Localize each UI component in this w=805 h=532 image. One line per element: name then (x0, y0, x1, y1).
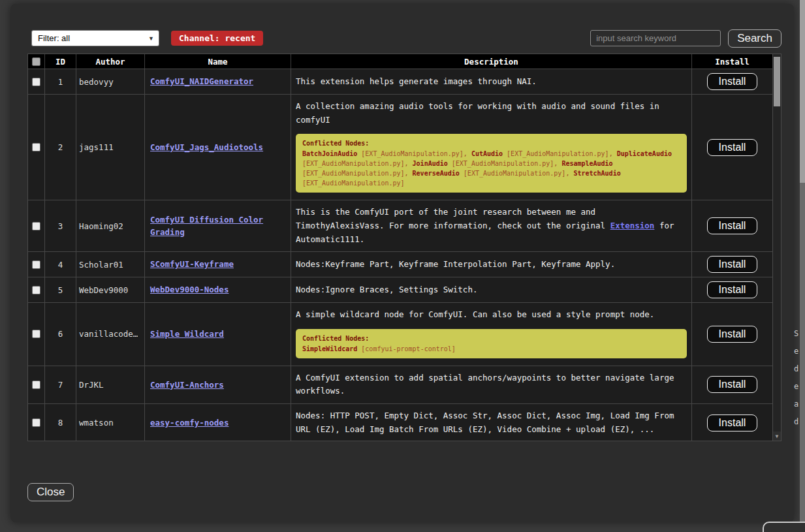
install-custom-nodes-dialog: Filter: all ▼ Channel: recent Search ID … (10, 4, 794, 522)
table-body: 1bedovyyComfyUI_NAIDGeneratorThis extens… (28, 69, 772, 441)
row-checkbox[interactable] (32, 381, 40, 389)
description-cell: A ComfyUI extension to add spatial ancho… (291, 366, 691, 403)
name-cell: ComfyUI_NAIDGenerator (144, 69, 291, 94)
install-button[interactable]: Install (707, 217, 758, 234)
extension-name-link[interactable]: ComfyUI Diffusion Color Grading (150, 213, 288, 239)
table-scrollbar-thumb[interactable] (774, 57, 780, 106)
checkbox-cell (28, 69, 44, 94)
author-text: DrJKL (79, 380, 104, 390)
page-scrollbar[interactable] (800, 0, 805, 532)
row-checkbox[interactable] (32, 143, 40, 151)
select-all-checkbox[interactable] (32, 57, 40, 66)
table-row: 6vanillacode…Simple WildcardA simple wil… (28, 302, 772, 366)
id-cell: 6 (44, 303, 76, 366)
search-input[interactable] (590, 30, 721, 46)
install-button[interactable]: Install (707, 256, 758, 273)
checkbox-cell (28, 252, 44, 277)
chevron-down-icon: ▼ (148, 35, 154, 42)
row-checkbox[interactable] (32, 330, 40, 338)
table-row: 5WebDev9000WebDev9000-NodesNodes:Ignore … (28, 277, 772, 302)
header-install: Install (691, 54, 772, 69)
close-button[interactable]: Close (27, 483, 74, 501)
conflict-node: ResampleAudio (561, 160, 612, 167)
install-cell: Install (691, 404, 772, 441)
description-text: Nodes: HTTP POST, Empty Dict, Assoc Str,… (296, 409, 687, 436)
checkbox-cell (28, 303, 44, 366)
name-cell: ComfyUI_Jags_Audiotools (144, 95, 291, 200)
id-cell: 8 (44, 404, 76, 441)
clipped-text-fragment: e (794, 378, 800, 396)
description-cell: This is the ComfyUI port of the joint re… (291, 200, 691, 251)
id-cell: 5 (44, 277, 76, 302)
description-cell: A collection amazing audio tools for wor… (291, 95, 691, 200)
conflict-node: StretchAudio (573, 170, 620, 177)
id-cell: 7 (44, 366, 76, 403)
page-scrollbar-thumb[interactable] (800, 0, 805, 183)
search-button[interactable]: Search (728, 29, 781, 48)
id-cell: 3 (44, 200, 76, 251)
conflict-source: [EXT_AudioManipulation.py], (302, 170, 413, 177)
name-cell: SComfyUI-Keyframe (144, 252, 291, 277)
extension-name-link[interactable]: ComfyUI_Jags_Audiotools (150, 141, 263, 153)
filter-select-value: Filter: all (38, 33, 70, 43)
extension-name-link[interactable]: ComfyUI-Anchors (150, 379, 224, 391)
checkbox-cell (28, 366, 44, 403)
conflict-warning: Conflicted Nodes:SimpleWildcard [comfyui… (296, 329, 687, 358)
description-text: A simple wildcard node for ComfyUI. Can … (296, 308, 687, 322)
extension-name-link[interactable]: easy-comfy-nodes (150, 416, 229, 429)
clipped-text-fragment: S (794, 325, 800, 343)
table-row: 7DrJKLComfyUI-AnchorsA ComfyUI extension… (28, 366, 772, 403)
name-cell: ComfyUI-Anchors (144, 366, 291, 403)
conflict-source: [EXT_AudioManipulation.py], (448, 160, 562, 167)
author-cell: Scholar01 (76, 252, 144, 277)
row-checkbox[interactable] (32, 222, 40, 230)
extension-name-link[interactable]: ComfyUI_NAIDGenerator (150, 75, 253, 87)
install-button[interactable]: Install (707, 415, 758, 431)
author-text: Haoming02 (79, 221, 123, 231)
conflict-warning: Conflicted Nodes:BatchJoinAudio [EXT_Aud… (296, 134, 687, 193)
conflict-source: [comfyui-prompt-control] (357, 345, 456, 352)
description-cell: A simple wildcard node for ComfyUI. Can … (291, 303, 691, 366)
checkbox-cell (28, 404, 44, 441)
author-text: Scholar01 (79, 260, 123, 270)
name-cell: Simple Wildcard (144, 303, 291, 366)
partial-bottom-right-button[interactable] (763, 522, 805, 532)
extension-name-link[interactable]: SComfyUI-Keyframe (150, 258, 234, 270)
conflict-node: JoinAudio (413, 160, 448, 167)
custom-nodes-table: ID Author Name Description Install 1bedo… (27, 54, 781, 441)
author-text: bedovyy (79, 77, 114, 87)
id-cell: 4 (44, 252, 76, 277)
table-row: 1bedovyyComfyUI_NAIDGeneratorThis extens… (28, 69, 772, 94)
header-name: Name (144, 54, 291, 69)
clipped-text-fragment: d (794, 360, 800, 378)
extension-link[interactable]: Extension (610, 221, 655, 230)
row-checkbox[interactable] (32, 418, 40, 427)
table-scrollbar[interactable]: ▼ (772, 54, 781, 441)
install-button[interactable]: Install (707, 139, 758, 156)
filter-select[interactable]: Filter: all ▼ (31, 30, 159, 46)
conflict-title: Conflicted Nodes: (302, 138, 680, 148)
clipped-text-fragment: d (794, 413, 800, 431)
header-checkbox-cell (28, 54, 44, 69)
conflict-source: [EXT_AudioManipulation.py], (302, 160, 413, 167)
row-checkbox[interactable] (32, 286, 40, 294)
description-cell: This extension helps generate images thr… (291, 69, 691, 94)
extension-name-link[interactable]: WebDev9000-Nodes (150, 283, 229, 296)
conflict-source: [EXT_AudioManipulation.py], (357, 150, 471, 157)
description-text: Nodes:Ignore Braces, Settings Switch. (296, 283, 687, 297)
row-checkbox[interactable] (32, 78, 40, 86)
table-row: 3Haoming02ComfyUI Diffusion Color Gradin… (28, 200, 772, 251)
extension-name-link[interactable]: Simple Wildcard (150, 328, 224, 340)
table-row: 2jags111ComfyUI_Jags_AudiotoolsA collect… (28, 94, 772, 200)
author-cell: DrJKL (76, 366, 144, 403)
clipped-background-text: Sedead (794, 325, 800, 431)
install-button[interactable]: Install (707, 326, 758, 343)
conflict-source: [EXT_AudioManipulation.py], (503, 150, 617, 157)
install-button[interactable]: Install (707, 376, 758, 393)
scroll-down-arrow-icon[interactable]: ▼ (773, 431, 781, 441)
row-checkbox[interactable] (32, 260, 40, 269)
checkbox-cell (28, 95, 44, 200)
install-button[interactable]: Install (707, 281, 758, 298)
author-cell: vanillacode… (76, 303, 144, 366)
install-button[interactable]: Install (707, 73, 758, 90)
